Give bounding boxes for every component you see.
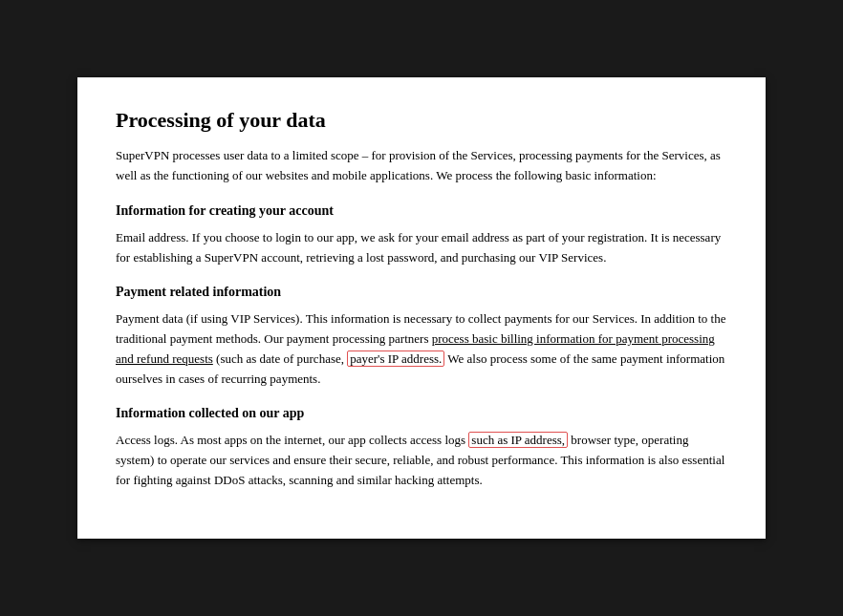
section-app-title: Information collected on our app [116, 406, 727, 421]
section-app-text: Access logs. As most apps on the interne… [116, 431, 727, 490]
main-title: Processing of your data [116, 108, 727, 133]
intro-text: SuperVPN processes user data to a limite… [116, 146, 727, 186]
document-container: Processing of your data SuperVPN process… [77, 77, 766, 539]
section-payment-title: Payment related information [116, 285, 727, 300]
payment-highlight-ip: payer's IP address. [347, 350, 444, 367]
app-highlight-ip: such as IP address, [468, 432, 568, 448]
section-account-text: Email address. If you choose to login to… [116, 228, 727, 268]
app-text-before: Access logs. As most apps on the interne… [116, 433, 468, 447]
section-payment-text: Payment data (if using VIP Services). Th… [116, 309, 727, 389]
payment-text-middle: (such as date of purchase, [213, 351, 347, 366]
section-account-title: Information for creating your account [116, 203, 727, 219]
